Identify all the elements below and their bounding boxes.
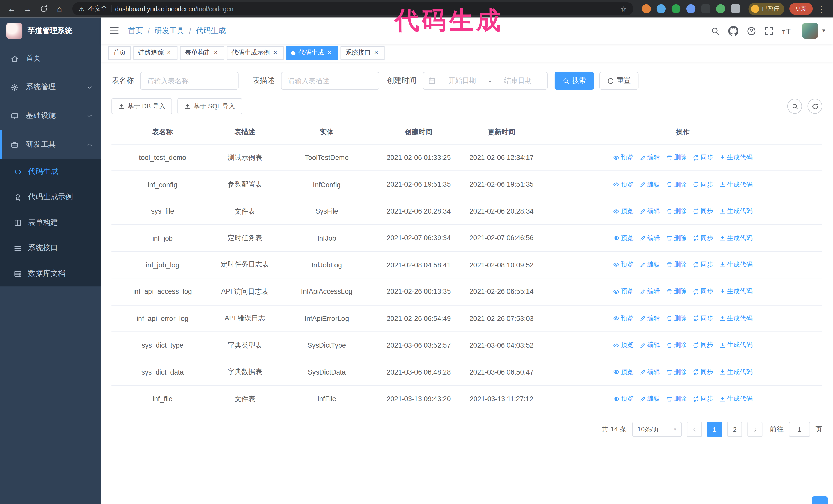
column-header[interactable]: 表描述 <box>214 121 276 144</box>
tab-close-icon[interactable]: × <box>271 49 279 57</box>
browser-back-button[interactable]: ← <box>4 1 19 16</box>
float-button[interactable] <box>812 496 828 504</box>
end-date-placeholder[interactable]: 结束日期 <box>493 76 542 86</box>
import-sql-button[interactable]: 基于 SQL 导入 <box>177 98 242 114</box>
sidebar-subitem-codegen-example[interactable]: 代码生成示例 <box>0 184 101 210</box>
user-avatar[interactable] <box>802 23 818 39</box>
generate-code-link[interactable]: 生成代码 <box>719 287 753 296</box>
tab-close-icon[interactable]: × <box>326 49 333 57</box>
edit-link[interactable]: 编辑 <box>639 261 660 269</box>
generate-code-link[interactable]: 生成代码 <box>719 153 753 162</box>
sync-link[interactable]: 同步 <box>693 341 713 350</box>
sync-link[interactable]: 同步 <box>693 314 713 323</box>
sidebar-item-system[interactable]: 系统管理 <box>0 73 101 101</box>
fullscreen-icon[interactable] <box>765 26 774 35</box>
sidebar-subitem-codegen[interactable]: 代码生成 <box>0 159 101 184</box>
github-icon[interactable] <box>729 26 738 36</box>
table-desc-input[interactable] <box>281 72 379 90</box>
sidebar-item-home[interactable]: 首页 <box>0 44 101 73</box>
goto-page-input[interactable] <box>789 422 810 437</box>
app-logo[interactable]: 芋道管理系统 <box>0 18 101 44</box>
page-number-button[interactable]: 2 <box>728 422 742 437</box>
delete-link[interactable]: 删除 <box>666 180 687 189</box>
tab-close-icon[interactable]: × <box>373 49 380 57</box>
sync-link[interactable]: 同步 <box>693 180 713 189</box>
breadcrumb-item[interactable]: 代码生成 <box>196 26 225 35</box>
sync-link[interactable]: 同步 <box>693 261 713 269</box>
tab[interactable]: 代码生成示例 × <box>227 46 284 60</box>
extension-icon[interactable] <box>686 4 695 13</box>
generate-code-link[interactable]: 生成代码 <box>719 180 753 189</box>
generate-code-link[interactable]: 生成代码 <box>719 207 753 216</box>
delete-link[interactable]: 删除 <box>666 287 687 296</box>
preview-link[interactable]: 预览 <box>613 261 634 269</box>
bookmark-star-icon[interactable]: ☆ <box>620 5 627 13</box>
edit-link[interactable]: 编辑 <box>639 287 660 296</box>
browser-reload-button[interactable] <box>36 1 51 16</box>
generate-code-link[interactable]: 生成代码 <box>719 314 753 323</box>
profile-paused-chip[interactable]: 已暂停 <box>748 2 784 15</box>
next-page-button[interactable] <box>747 422 762 437</box>
refresh-table-button[interactable] <box>808 99 823 114</box>
delete-link[interactable]: 删除 <box>666 234 687 242</box>
extension-icon[interactable] <box>716 4 725 13</box>
preview-link[interactable]: 预览 <box>613 180 634 189</box>
tab[interactable]: 表单构建 × <box>180 46 224 60</box>
delete-link[interactable]: 删除 <box>666 314 687 323</box>
extension-icon[interactable] <box>701 4 710 13</box>
delete-link[interactable]: 删除 <box>666 341 687 350</box>
generate-code-link[interactable]: 生成代码 <box>719 394 753 403</box>
delete-link[interactable]: 删除 <box>666 153 687 162</box>
sync-link[interactable]: 同步 <box>693 287 713 296</box>
page-url[interactable]: dashboard.yudao.iocoder.cn/tool/codegen <box>115 5 234 13</box>
extension-icon[interactable] <box>731 4 740 13</box>
edit-link[interactable]: 编辑 <box>639 207 660 216</box>
breadcrumb-item[interactable]: 首页 / <box>128 26 150 35</box>
browser-update-button[interactable]: 更新 <box>789 3 813 15</box>
generate-code-link[interactable]: 生成代码 <box>719 261 753 269</box>
tab-close-icon[interactable]: × <box>212 49 219 57</box>
edit-link[interactable]: 编辑 <box>639 314 660 323</box>
sidebar-subitem-db-doc[interactable]: 数据库文档 <box>0 261 101 286</box>
preview-link[interactable]: 预览 <box>613 394 634 403</box>
sidebar-subitem-form-builder[interactable]: 表单构建 <box>0 210 101 235</box>
page-number-button[interactable]: 1 <box>707 422 722 437</box>
tab[interactable]: 首页 <box>109 46 131 60</box>
browser-forward-button[interactable]: → <box>20 1 35 16</box>
generate-code-link[interactable]: 生成代码 <box>719 234 753 242</box>
search-icon[interactable] <box>711 26 720 35</box>
tab[interactable]: 代码生成 × <box>286 46 338 60</box>
search-button[interactable]: 搜索 <box>555 72 594 90</box>
caret-down-icon[interactable]: ▾ <box>822 28 825 33</box>
sidebar-subitem-api[interactable]: 系统接口 <box>0 235 101 261</box>
create-time-range-picker[interactable]: 开始日期 - 结束日期 <box>423 72 548 90</box>
column-header[interactable]: 操作 <box>543 121 822 144</box>
column-header[interactable]: 表名称 <box>112 121 214 144</box>
extension-icon[interactable] <box>642 4 651 13</box>
delete-link[interactable]: 删除 <box>666 207 687 216</box>
start-date-placeholder[interactable]: 开始日期 <box>438 76 487 86</box>
table-name-input[interactable] <box>140 72 238 90</box>
edit-link[interactable]: 编辑 <box>639 180 660 189</box>
delete-link[interactable]: 删除 <box>666 368 687 377</box>
font-size-icon[interactable]: TT <box>782 27 794 35</box>
edit-link[interactable]: 编辑 <box>639 153 660 162</box>
sidebar-item-infra[interactable]: 基础设施 <box>0 101 101 130</box>
hamburger-icon[interactable] <box>109 25 119 36</box>
preview-link[interactable]: 预览 <box>613 153 634 162</box>
reset-button[interactable]: 重置 <box>599 72 639 90</box>
page-size-select[interactable]: 10条/页 ▾ <box>632 422 682 437</box>
search-toggle-button[interactable] <box>787 99 802 114</box>
sync-link[interactable]: 同步 <box>693 153 713 162</box>
browser-home-button[interactable]: ⌂ <box>52 1 67 16</box>
delete-link[interactable]: 删除 <box>666 261 687 269</box>
preview-link[interactable]: 预览 <box>613 207 634 216</box>
preview-link[interactable]: 预览 <box>613 341 634 350</box>
edit-link[interactable]: 编辑 <box>639 234 660 242</box>
help-icon[interactable] <box>747 26 756 35</box>
sync-link[interactable]: 同步 <box>693 207 713 216</box>
sync-link[interactable]: 同步 <box>693 234 713 242</box>
browser-menu-icon[interactable]: ⋮ <box>814 1 829 16</box>
generate-code-link[interactable]: 生成代码 <box>719 341 753 350</box>
security-label[interactable]: 不安全 <box>88 4 108 13</box>
